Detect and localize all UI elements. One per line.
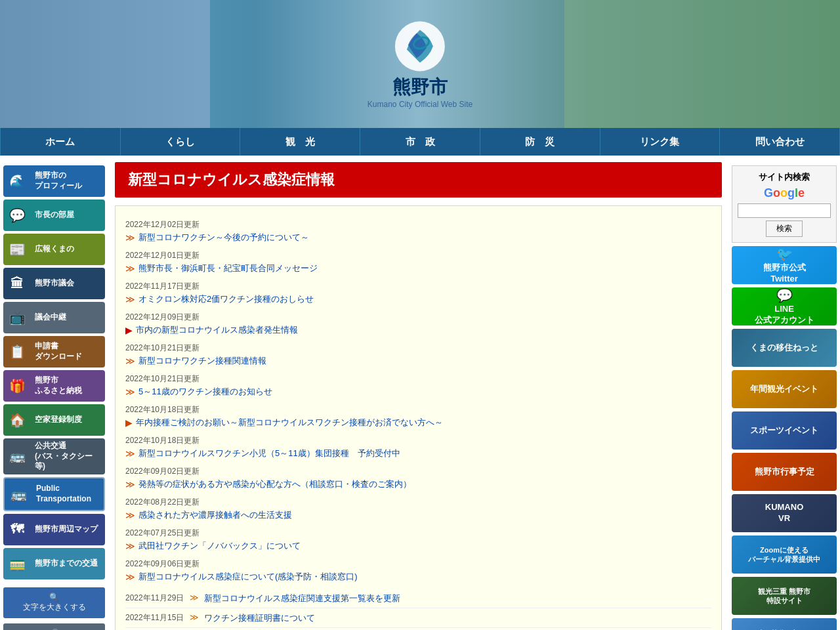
right-sidebar: サイト内検索 Google 検索 🐦 熊野市公式Twitter 💬 LINE公式…	[728, 162, 840, 630]
news-date-4: 2022年10月21日更新	[125, 343, 711, 354]
banner-twitter[interactable]: 🐦 熊野市公式Twitter	[732, 246, 837, 284]
banner-ijyu[interactable]: くまの移住ねっと	[732, 329, 837, 367]
arrow-icon-9: ≫	[125, 510, 135, 520]
center-content: 新型コロナウイルス感染症情報 2022年12月02日更新 ≫ 新型コロナワクチン…	[108, 162, 728, 630]
chukei-icon: 📺	[3, 302, 31, 333]
arrow-icon-11: ≫	[125, 572, 135, 582]
search-button[interactable]: 検索	[766, 220, 803, 237]
arrow-icon-6: ▶	[125, 417, 133, 428]
news-link-2[interactable]: ≫ オミクロン株対応2価ワクチン接種のおしらせ	[125, 293, 711, 305]
kokyokotsuu-icon: 🚌	[3, 440, 31, 472]
news-date-10: 2022年07月25日更新	[125, 528, 711, 539]
news-link-8[interactable]: ≫ 発熱等の症状がある方や感染が心配な方へ（相談窓口・検査のご案内）	[125, 478, 711, 490]
sidebar-item-mayor[interactable]: 💬 市長の部屋	[3, 200, 105, 231]
news-link-3[interactable]: ▶ 市内の新型コロナウイルス感染者発生情報	[125, 324, 711, 336]
nav-contact[interactable]: 問い合わせ	[720, 128, 840, 156]
news-link-0[interactable]: ≫ 新型コロナワクチン～今後の予約について～	[125, 232, 711, 243]
nav-bousai[interactable]: 防 災	[480, 128, 600, 156]
more-news-link-0[interactable]: 新型コロナウイルス感染症関連支援第一覧表を更新	[204, 593, 400, 604]
sidebar-item-chukei[interactable]: 📺 議会中継	[3, 302, 105, 333]
map-icon: 🗺	[3, 514, 31, 545]
sidebar-item-gikai[interactable]: 🏛 熊野市議会	[3, 268, 105, 299]
more-news-link-1[interactable]: ワクチン接種証明書について	[204, 612, 315, 624]
banner-sports[interactable]: スポーツイベント	[732, 411, 837, 450]
site-logo[interactable]: 熊野市 Kumano City Official Web Site	[368, 20, 472, 108]
search-input[interactable]	[738, 203, 831, 218]
furusato-icon: 🎁	[3, 370, 31, 402]
arrow-icon-5: ≫	[125, 387, 135, 397]
news-link-1[interactable]: ≫ 熊野市長・御浜町長・紀宝町長合同メッセージ	[125, 262, 711, 274]
news-link-11[interactable]: ≫ 新型コロナウイルス感染症について(感染予防・相談窓口)	[125, 571, 711, 583]
banner-line[interactable]: 💬 LINE公式アカウント	[732, 287, 837, 326]
corona-banner: 新型コロナウイルス感染症情報	[115, 162, 722, 198]
gyoji-label: 熊野市行事予定	[755, 467, 814, 478]
nav-shisei[interactable]: 市 政	[360, 128, 480, 156]
news-date-7: 2022年10月18日更新	[125, 435, 711, 446]
gikai-icon: 🏛	[3, 268, 31, 299]
news-date-2: 2022年11月17日更新	[125, 281, 711, 292]
banner-kawatecho[interactable]: 青の鼓動、癒し。市花川観光手帖	[732, 618, 837, 630]
banner-gyoji[interactable]: 熊野市行事予定	[732, 453, 837, 491]
arrow-icon-10: ≫	[125, 541, 135, 551]
news-date-0: 2022年12月02日更新	[125, 219, 711, 230]
banner-kanko-event[interactable]: 年間観光イベント	[732, 370, 837, 408]
nav-home[interactable]: ホーム	[0, 128, 121, 156]
more-news-date-0: 2022年11月29日	[125, 593, 184, 604]
news-text-3: 市内の新型コロナウイルス感染者発生情報	[136, 324, 298, 336]
arrow-icon-1: ≫	[125, 263, 135, 274]
news-text-11: 新型コロナウイルス感染症について(感染予防・相談窓口)	[138, 571, 358, 583]
sidebar-item-profile[interactable]: 🌊 熊野市のプロフィール	[3, 165, 105, 197]
sidebar-label-public-transport: PublicTransportation	[32, 481, 95, 507]
nav-bar: ホーム くらし 観 光 市 政 防 災 リンク集 問い合わせ	[0, 128, 840, 156]
sidebar-label-profile: 熊野市のプロフィール	[31, 168, 86, 194]
news-date-5: 2022年10月21日更新	[125, 373, 711, 385]
sidebar-item-furusato[interactable]: 🎁 熊野市ふるさと納税	[3, 370, 105, 402]
news-link-4[interactable]: ≫ 新型コロナワクチン接種関連情報	[125, 355, 711, 367]
sidebar-label-chukei: 議会中継	[31, 310, 70, 326]
banner-kumanovr[interactable]: KUMANOVR	[732, 494, 837, 532]
news-link-7[interactable]: ≫ 新型コロナウイルスワクチン小児（5～11歳）集団接種 予約受付中	[125, 448, 711, 459]
logo-icon	[394, 20, 446, 72]
kanko-event-label: 年間観光イベント	[750, 384, 818, 395]
banner-kankomie[interactable]: 観光三重 熊野市特設サイト	[732, 577, 837, 615]
font-size-label: 文字を大きくする	[10, 602, 98, 613]
sidebar-item-kouhou[interactable]: 📰 広報くまの	[3, 234, 105, 265]
news-link-10[interactable]: ≫ 武田社ワクチン「ノババックス」について	[125, 540, 711, 552]
news-link-9[interactable]: ≫ 感染された方や濃厚接触者への生活支援	[125, 509, 711, 521]
search-title: サイト内検索	[738, 171, 831, 183]
twitter-label: 🐦 熊野市公式Twitter	[763, 246, 806, 284]
akiya-icon: 🏠	[3, 404, 31, 436]
kumanovr-label: KUMANOVR	[765, 502, 804, 524]
news-text-9: 感染された方や濃厚接触者への生活支援	[138, 509, 292, 521]
nav-links[interactable]: リンク集	[600, 128, 721, 156]
header-banner: 熊野市 Kumano City Official Web Site	[0, 0, 840, 128]
news-text-6: 年内接種ご検討のお願い～新型コロナウイルスワクチン接種がお済でない方へ～	[136, 417, 443, 429]
sidebar-item-download[interactable]: 📋 申請書ダウンロード	[3, 336, 105, 368]
ijyu-label: くまの移住ねっと	[750, 343, 818, 354]
news-link-6[interactable]: ▶ 年内接種ご検討のお願い～新型コロナウイルスワクチン接種がお済でない方へ～	[125, 417, 711, 429]
voice-info-button[interactable]: 🔊 音声情報について	[3, 623, 105, 630]
sidebar-label-akiya: 空家登録制度	[31, 412, 86, 428]
news-date-8: 2022年09月02日更新	[125, 466, 711, 477]
sidebar-item-akiya[interactable]: 🏠 空家登録制度	[3, 404, 105, 436]
arrow-icon-4: ≫	[125, 356, 135, 366]
nav-kanko[interactable]: 観 光	[240, 128, 360, 156]
banner-zoom[interactable]: Zoomに使えるバーチャル背景提供中	[732, 536, 837, 574]
arrow-icon-7: ≫	[125, 448, 135, 459]
news-link-5[interactable]: ≫ 5～11歳のワクチン接種のお知らせ	[125, 386, 711, 398]
left-sidebar: 🌊 熊野市のプロフィール 💬 市長の部屋 📰 広報くまの 🏛 熊野市議会 📺 議…	[0, 162, 108, 630]
sidebar-item-map[interactable]: 🗺 熊野市周辺マップ	[3, 514, 105, 545]
sidebar-item-access[interactable]: 🚃 熊野市までの交通	[3, 548, 105, 579]
arrow-icon-2: ≫	[125, 294, 135, 304]
google-logo: Google	[738, 186, 831, 200]
arrow-icon-3: ▶	[125, 325, 133, 335]
news-text-10: 武田社ワクチン「ノババックス」について	[138, 540, 301, 552]
news-date-1: 2022年12月01日更新	[125, 250, 711, 261]
download-icon: 📋	[3, 336, 31, 368]
zoom-label: Zoomに使えるバーチャル背景提供中	[748, 545, 820, 564]
nav-kurashi[interactable]: くらし	[121, 128, 241, 156]
font-size-button[interactable]: 🔍 文字を大きくする	[3, 587, 105, 618]
sidebar-item-public-transport[interactable]: 🚌 PublicTransportation	[3, 477, 105, 511]
sidebar-item-kokyokotsuu[interactable]: 🚌 公共交通(バス・タクシー等)	[3, 438, 105, 474]
sidebar-label-map: 熊野市周辺マップ	[31, 522, 102, 537]
